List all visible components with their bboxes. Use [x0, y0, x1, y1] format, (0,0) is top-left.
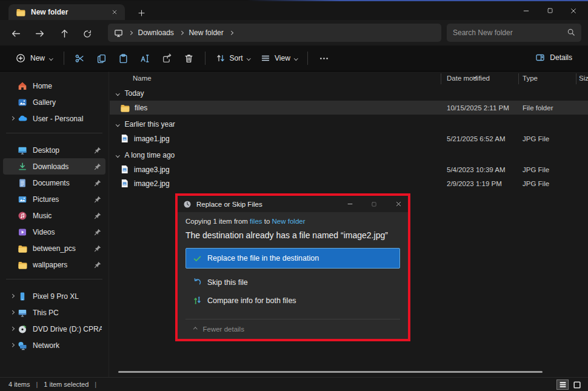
- column-header-date-modified[interactable]: Date modified: [447, 75, 490, 82]
- view-list-icon: [261, 53, 270, 63]
- file-row-image2[interactable]: image2.jpg 2/9/2023 1:19 PM JPG File: [110, 176, 588, 190]
- breadcrumb-chevron-icon[interactable]: [229, 31, 233, 35]
- source-folder-link[interactable]: files: [250, 218, 262, 225]
- new-button[interactable]: New: [10, 50, 59, 66]
- sidebar-item-documents[interactable]: Documents: [3, 175, 105, 191]
- explorer-tab[interactable]: New folder: [8, 4, 125, 20]
- horizontal-scrollbar[interactable]: [118, 371, 543, 373]
- sidebar-item-pixel-9-pro-xl[interactable]: Pixel 9 Pro XL: [3, 288, 105, 304]
- sidebar-item-home[interactable]: Home: [3, 78, 105, 94]
- toolbar-divider: [307, 52, 308, 65]
- compare-files-option[interactable]: Compare info for both files: [185, 296, 400, 305]
- group-label: A long time ago: [125, 151, 175, 159]
- share-button[interactable]: [156, 49, 178, 67]
- group-header-today[interactable]: Today: [110, 86, 588, 101]
- column-divider[interactable]: [441, 73, 441, 84]
- details-view-button[interactable]: [556, 379, 569, 390]
- pin-icon: [93, 212, 102, 220]
- search-input[interactable]: [453, 28, 567, 37]
- group-header-a-long-time-ago[interactable]: A long time ago: [110, 148, 588, 162]
- paste-icon: [118, 53, 129, 64]
- up-button[interactable]: [56, 26, 72, 41]
- breadcrumb-chevron-icon[interactable]: [129, 31, 132, 35]
- file-type: File folder: [523, 104, 553, 112]
- search-box[interactable]: [447, 24, 581, 42]
- sidebar-item-music[interactable]: Music: [3, 207, 105, 224]
- copy-button[interactable]: [91, 49, 113, 67]
- sidebar-item-downloads[interactable]: Downloads: [3, 158, 105, 175]
- address-bar[interactable]: Downloads New folder: [108, 24, 441, 42]
- back-button[interactable]: [8, 26, 24, 41]
- sidebar-item-wallpapers[interactable]: wallpapers: [3, 256, 105, 273]
- gallery-icon: [18, 98, 27, 107]
- file-row-image3[interactable]: image3.jpg 5/4/2023 10:39 AM JPG File: [110, 162, 588, 176]
- collapse-icon[interactable]: [116, 153, 119, 157]
- thumbnail-view-button[interactable]: [571, 379, 583, 390]
- breadcrumb-new-folder[interactable]: New folder: [189, 28, 223, 37]
- dialog-minimize-button[interactable]: [340, 196, 359, 212]
- cut-button[interactable]: [69, 49, 91, 67]
- sidebar-divider: [6, 133, 102, 133]
- command-toolbar: New Sort View Details: [0, 45, 588, 72]
- sidebar-item-this-pc[interactable]: This PC: [3, 304, 105, 321]
- collapse-icon[interactable]: [116, 92, 119, 95]
- dialog-title-bar[interactable]: Replace or Skip Files: [178, 196, 408, 212]
- file-row-files[interactable]: files 10/15/2025 2:11 PM File folder: [110, 101, 588, 115]
- copy-icon: [96, 53, 107, 64]
- sidebar-item-network[interactable]: Network: [3, 337, 105, 353]
- chevron-down-icon: [294, 56, 298, 60]
- sidebar-item-onedrive-personal[interactable]: User - Personal: [3, 110, 105, 127]
- tab-close-icon[interactable]: [109, 7, 120, 18]
- pin-icon: [93, 244, 102, 253]
- window-maximize-button[interactable]: [540, 4, 560, 18]
- column-header-size[interactable]: Size: [579, 75, 588, 82]
- refresh-button[interactable]: [79, 26, 95, 41]
- plus-circle-icon: [16, 53, 25, 63]
- paste-button[interactable]: [113, 49, 135, 67]
- sidebar-item-videos[interactable]: Videos: [3, 224, 105, 240]
- window-close-button[interactable]: [564, 4, 583, 18]
- rename-button[interactable]: [135, 49, 156, 67]
- replace-file-option[interactable]: Replace the file in the destination: [185, 248, 400, 269]
- details-pane-button[interactable]: Details: [530, 50, 577, 65]
- skip-file-option[interactable]: Skip this file: [185, 278, 400, 287]
- sidebar-item-desktop[interactable]: Desktop: [3, 142, 105, 158]
- column-header-name[interactable]: Name: [133, 75, 152, 82]
- dialog-body: Copying 1 item from files to New folder …: [178, 212, 408, 339]
- pin-icon: [93, 179, 102, 187]
- group-header-earlier-this-year[interactable]: Earlier this year: [110, 117, 588, 132]
- folder-icon: [120, 103, 130, 113]
- dialog-close-button[interactable]: [389, 196, 408, 212]
- sidebar-item-dvd-drive[interactable]: DVD Drive (D:) CPRA_X64FRE_: [3, 321, 105, 337]
- pin-icon: [93, 261, 102, 269]
- new-tab-button[interactable]: [135, 7, 148, 19]
- sidebar-item-between-pcs[interactable]: between_pcs: [3, 240, 105, 256]
- fewer-details-toggle[interactable]: Fewer details: [185, 319, 400, 339]
- music-icon: [18, 211, 27, 221]
- toolbar-divider: [205, 52, 205, 65]
- new-button-label: New: [30, 54, 45, 62]
- window-minimize-button[interactable]: [516, 4, 536, 18]
- search-icon[interactable]: [567, 28, 575, 38]
- breadcrumb-chevron-icon[interactable]: [179, 31, 183, 35]
- delete-button[interactable]: [178, 49, 200, 67]
- column-header-type[interactable]: Type: [523, 75, 538, 82]
- sort-button[interactable]: Sort: [210, 50, 256, 66]
- item-count: 4 items: [8, 381, 30, 388]
- column-divider[interactable]: [576, 73, 576, 84]
- column-divider[interactable]: [518, 73, 519, 84]
- sidebar-item-gallery[interactable]: Gallery: [3, 94, 105, 110]
- tab-title: New folder: [31, 8, 104, 16]
- share-icon: [162, 53, 172, 64]
- chevron-down-icon: [247, 56, 250, 60]
- see-more-button[interactable]: [313, 49, 335, 67]
- destination-folder-link[interactable]: New folder: [272, 218, 306, 225]
- view-button[interactable]: View: [255, 50, 302, 66]
- forward-button[interactable]: [32, 26, 47, 41]
- breadcrumb-downloads[interactable]: Downloads: [138, 28, 174, 37]
- compare-icon: [193, 296, 202, 305]
- network-icon: [18, 341, 27, 350]
- file-row-image1[interactable]: image1.jpg 5/21/2025 6:52 AM JPG File: [110, 132, 588, 145]
- collapse-icon[interactable]: [116, 122, 119, 126]
- sidebar-item-pictures[interactable]: Pictures: [3, 191, 105, 207]
